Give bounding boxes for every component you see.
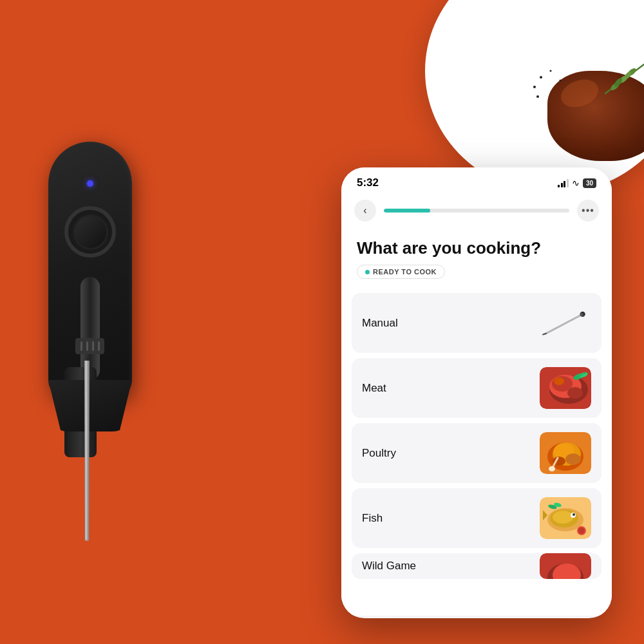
svg-point-10: [536, 95, 539, 98]
meat-svg: [540, 367, 591, 409]
phone-container: 5:32 ∿ 30 ‹: [341, 167, 625, 631]
wifi-icon: ∿: [572, 178, 580, 188]
status-bar: 5:32 ∿ 30: [341, 167, 612, 193]
menu-item-image-manual: [540, 302, 591, 344]
ready-label: READY TO COOK: [373, 268, 437, 276]
thermometer-device: [39, 142, 142, 580]
probe-slot: [80, 277, 100, 380]
device-body: [48, 142, 132, 399]
title-area: What are you cooking? READY TO COOK: [341, 228, 612, 284]
menu-item-image-wild-game: [540, 553, 591, 579]
menu-item-meat[interactable]: Meat: [352, 358, 601, 418]
bar-4: [567, 179, 569, 187]
grip-line-2: [86, 341, 88, 351]
page-title: What are you cooking?: [357, 238, 596, 258]
menu-item-label-poultry: Poultry: [362, 447, 396, 460]
phone: 5:32 ∿ 30 ‹: [341, 167, 612, 618]
svg-point-8: [533, 86, 536, 88]
svg-point-21: [554, 377, 564, 385]
device-bottom: [48, 380, 132, 431]
probe-needle: [84, 361, 90, 541]
device-inner-ring-inner: [73, 214, 108, 250]
status-icons: ∿ 30: [558, 178, 596, 188]
signal-icon: [558, 178, 569, 187]
more-button[interactable]: •••: [577, 200, 599, 222]
device-inner-ring: [64, 206, 116, 258]
menu-item-label-fish: Fish: [362, 512, 383, 525]
menu-item-label-wild-game: Wild Game: [362, 560, 416, 573]
grip-line-4: [98, 341, 100, 351]
svg-point-7: [550, 70, 552, 72]
menu-item-image-meat: [540, 367, 591, 409]
status-time: 5:32: [357, 176, 379, 189]
menu-list: Manual Meat: [341, 284, 612, 588]
bar-1: [558, 185, 560, 187]
menu-item-poultry[interactable]: Poultry: [352, 423, 601, 483]
fish-svg: [540, 497, 591, 539]
svg-point-32: [549, 466, 555, 471]
svg-point-20: [567, 387, 583, 399]
menu-item-image-fish: [540, 497, 591, 539]
svg-point-36: [553, 511, 573, 524]
battery-icon: 30: [583, 178, 596, 188]
app-header: ‹ •••: [341, 193, 612, 228]
app-content: ‹ ••• What are you cooking? READY TO COO…: [341, 193, 612, 616]
more-icon: •••: [582, 205, 594, 216]
probe-svg-icon: [540, 307, 588, 339]
steak-food: [547, 71, 644, 161]
probe-grip: [75, 338, 104, 354]
bar-2: [561, 183, 563, 187]
probe-tip: [86, 540, 88, 559]
svg-point-41: [578, 527, 585, 534]
back-button[interactable]: ‹: [354, 200, 376, 222]
wild-game-svg: [540, 553, 591, 579]
grip-line-3: [92, 341, 94, 351]
progress-bar-fill: [384, 209, 430, 213]
menu-item-label-manual: Manual: [362, 317, 398, 330]
menu-item-wild-game[interactable]: Wild Game: [352, 553, 601, 579]
device-led: [87, 180, 93, 187]
svg-point-38: [573, 513, 575, 516]
back-icon: ‹: [363, 205, 366, 216]
menu-item-label-meat: Meat: [362, 382, 386, 395]
ready-badge: READY TO COOK: [357, 265, 445, 279]
svg-point-29: [565, 453, 581, 465]
menu-item-manual[interactable]: Manual: [352, 293, 601, 353]
grip-line-1: [80, 341, 82, 351]
poultry-svg: [540, 432, 591, 474]
garnish-icon: [599, 58, 644, 97]
ready-dot-icon: [365, 270, 370, 274]
pepper-sprinkles: [528, 64, 592, 103]
menu-item-fish[interactable]: Fish: [352, 488, 601, 548]
svg-point-14: [580, 313, 583, 316]
svg-point-6: [540, 76, 542, 79]
progress-bar-container: [384, 209, 569, 213]
svg-point-9: [560, 80, 562, 82]
svg-line-12: [545, 314, 582, 334]
menu-item-image-poultry: [540, 432, 591, 474]
bar-3: [564, 181, 565, 187]
